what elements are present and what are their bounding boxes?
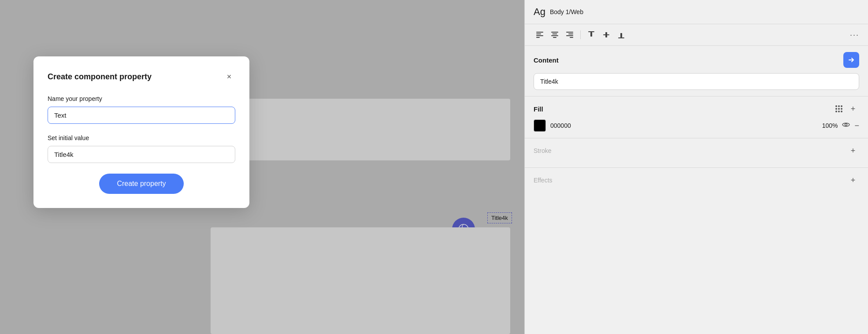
font-name-label: Body 1/Web (550, 8, 583, 15)
svg-rect-16 (588, 31, 594, 32)
initial-value-input[interactable] (48, 146, 235, 163)
valign-top-button[interactable] (585, 29, 597, 41)
effects-add-button[interactable]: + (847, 174, 859, 186)
modal-close-button[interactable]: × (223, 71, 235, 83)
content-input[interactable] (534, 73, 859, 90)
font-ag-label: Ag (534, 6, 545, 18)
create-property-button[interactable]: Create property (99, 174, 183, 194)
modal-header: Create component property × (48, 71, 235, 83)
initial-value-label: Set initial value (48, 134, 235, 141)
svg-rect-4 (536, 32, 543, 33)
svg-rect-9 (553, 33, 557, 34)
svg-rect-12 (566, 32, 573, 33)
content-arrow-button[interactable] (843, 52, 859, 68)
svg-point-22 (845, 124, 847, 126)
effects-label: Effects (534, 177, 553, 184)
fill-grid-button[interactable] (833, 103, 845, 115)
content-section: Content (525, 46, 868, 96)
svg-rect-21 (620, 33, 622, 37)
modal-title: Create component property (48, 72, 152, 82)
svg-rect-20 (618, 37, 624, 38)
svg-rect-8 (551, 32, 558, 33)
fill-section: Fill + 000000 100% (525, 96, 868, 138)
fill-hex-value: 000000 (550, 122, 811, 129)
fill-visibility-button[interactable] (842, 122, 850, 130)
align-center-button[interactable] (549, 29, 561, 41)
valign-middle-button[interactable] (600, 29, 612, 41)
initial-value-group: Set initial value (48, 134, 235, 163)
stroke-section: Stroke + (525, 138, 868, 168)
svg-rect-11 (553, 37, 556, 38)
stroke-header-row: Stroke + (534, 145, 859, 157)
effects-header-row: Effects + (534, 174, 859, 186)
right-panel: Ag Body 1/Web (524, 0, 868, 334)
effects-section: Effects + (525, 168, 868, 197)
close-icon: × (227, 72, 232, 82)
svg-rect-17 (590, 32, 592, 37)
svg-rect-19 (605, 32, 607, 37)
fill-color-swatch[interactable] (534, 119, 546, 132)
plus-icon: + (851, 104, 856, 114)
align-right-button[interactable] (564, 29, 576, 41)
svg-rect-10 (551, 35, 558, 36)
name-property-group: Name your property (48, 95, 235, 124)
align-separator (580, 30, 581, 39)
svg-rect-5 (536, 33, 541, 34)
name-property-input[interactable] (48, 107, 235, 124)
svg-rect-6 (536, 35, 543, 36)
fill-opacity-value: 100% (816, 122, 838, 129)
svg-rect-7 (536, 37, 540, 38)
fill-row: 000000 100% − (534, 119, 859, 132)
fill-add-button[interactable]: + (847, 103, 859, 115)
content-header: Content (534, 52, 859, 68)
svg-rect-13 (568, 33, 573, 34)
svg-rect-14 (566, 35, 573, 36)
name-property-label: Name your property (48, 95, 235, 102)
create-component-property-modal: Create component property × Name your pr… (33, 56, 249, 208)
valign-bottom-button[interactable] (615, 29, 627, 41)
stroke-label: Stroke (534, 147, 551, 154)
more-options-button[interactable]: ··· (850, 30, 859, 40)
stroke-add-button[interactable]: + (847, 145, 859, 157)
plus-icon: + (851, 146, 856, 156)
align-left-button[interactable] (534, 29, 546, 41)
grid-dots-icon (835, 105, 842, 112)
fill-remove-button[interactable]: − (854, 121, 859, 130)
fill-label: Fill (534, 105, 543, 113)
plus-icon: + (851, 176, 856, 185)
svg-rect-15 (570, 37, 573, 38)
font-row: Ag Body 1/Web (525, 0, 868, 24)
alignment-row: ··· (525, 24, 868, 46)
content-label: Content (534, 56, 559, 64)
fill-header-row: Fill + (534, 103, 859, 115)
